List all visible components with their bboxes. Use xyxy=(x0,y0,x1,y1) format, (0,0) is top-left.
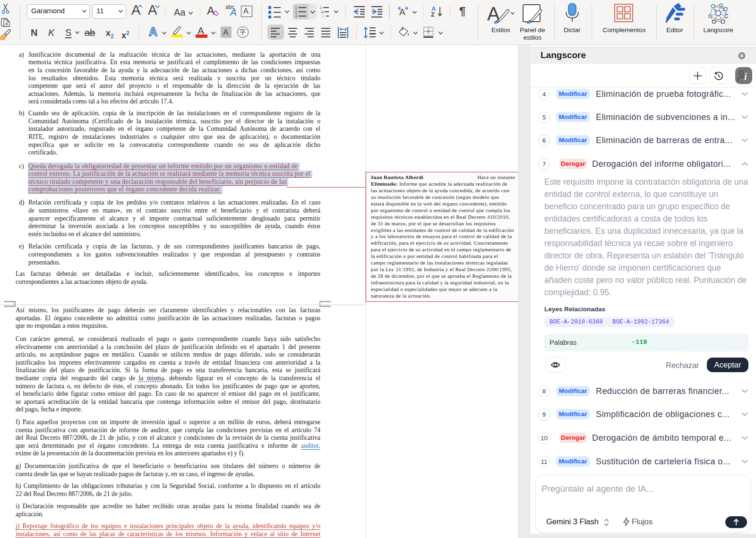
svg-text:i: i xyxy=(744,71,747,82)
